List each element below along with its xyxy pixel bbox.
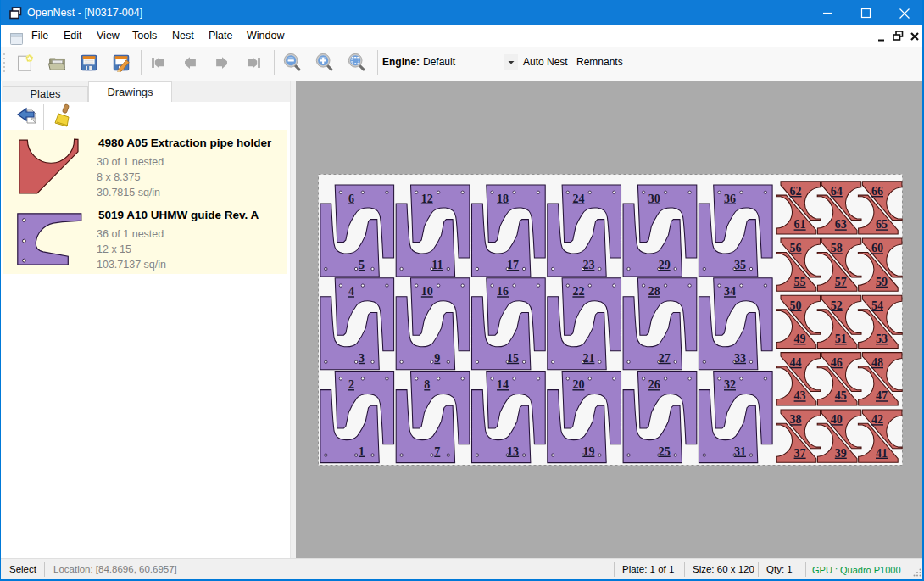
svg-text:34: 34 <box>724 285 736 298</box>
svg-text:63: 63 <box>835 218 847 231</box>
svg-text:26: 26 <box>648 378 660 391</box>
svg-text:58: 58 <box>831 242 843 254</box>
svg-text:31: 31 <box>734 445 746 458</box>
svg-text:11: 11 <box>431 259 443 271</box>
svg-text:54: 54 <box>871 299 883 312</box>
svg-text:21: 21 <box>582 352 594 365</box>
svg-text:52: 52 <box>831 299 843 312</box>
svg-text:9: 9 <box>434 352 440 365</box>
svg-text:23: 23 <box>582 259 594 271</box>
svg-text:50: 50 <box>790 299 802 312</box>
svg-text:62: 62 <box>790 185 802 198</box>
svg-text:56: 56 <box>790 242 802 254</box>
svg-text:32: 32 <box>724 378 736 391</box>
svg-text:19: 19 <box>582 445 594 458</box>
svg-text:42: 42 <box>871 413 883 426</box>
svg-text:60: 60 <box>871 242 883 254</box>
svg-text:8: 8 <box>424 378 430 391</box>
svg-text:10: 10 <box>421 285 433 298</box>
svg-text:38: 38 <box>790 413 802 426</box>
svg-text:35: 35 <box>734 259 746 271</box>
svg-text:22: 22 <box>572 285 584 298</box>
svg-text:55: 55 <box>794 276 806 288</box>
svg-text:41: 41 <box>876 447 888 460</box>
svg-text:46: 46 <box>831 356 843 369</box>
svg-text:65: 65 <box>876 218 888 231</box>
svg-text:53: 53 <box>876 332 888 345</box>
svg-text:25: 25 <box>659 445 671 458</box>
svg-text:4: 4 <box>348 285 354 298</box>
svg-text:66: 66 <box>871 185 883 198</box>
svg-text:2: 2 <box>348 378 354 391</box>
svg-text:57: 57 <box>835 276 847 288</box>
svg-text:1: 1 <box>359 445 365 458</box>
svg-text:59: 59 <box>876 276 888 288</box>
svg-text:13: 13 <box>507 445 519 458</box>
svg-text:24: 24 <box>572 193 584 205</box>
svg-text:43: 43 <box>794 389 806 402</box>
svg-text:36: 36 <box>724 193 736 205</box>
svg-text:3: 3 <box>359 352 365 365</box>
svg-text:7: 7 <box>434 445 440 458</box>
svg-text:48: 48 <box>871 356 883 369</box>
svg-text:18: 18 <box>497 193 509 205</box>
svg-text:40: 40 <box>831 413 843 426</box>
svg-text:49: 49 <box>794 332 806 345</box>
svg-text:64: 64 <box>831 185 843 198</box>
svg-text:47: 47 <box>876 389 888 402</box>
svg-text:16: 16 <box>497 285 509 298</box>
svg-text:15: 15 <box>507 352 519 365</box>
svg-text:14: 14 <box>497 378 509 391</box>
svg-text:28: 28 <box>648 285 660 298</box>
svg-text:51: 51 <box>835 332 847 345</box>
svg-text:37: 37 <box>794 447 806 460</box>
svg-text:27: 27 <box>659 352 671 365</box>
svg-text:44: 44 <box>790 356 802 369</box>
svg-text:20: 20 <box>572 378 584 391</box>
svg-text:12: 12 <box>421 193 433 205</box>
svg-text:17: 17 <box>507 259 519 271</box>
svg-text:30: 30 <box>648 193 660 205</box>
svg-text:5: 5 <box>359 259 365 271</box>
svg-text:45: 45 <box>835 389 847 402</box>
svg-text:61: 61 <box>794 218 806 231</box>
svg-text:39: 39 <box>835 447 847 460</box>
svg-text:6: 6 <box>348 193 354 205</box>
svg-text:33: 33 <box>734 352 746 365</box>
svg-text:29: 29 <box>659 259 671 271</box>
